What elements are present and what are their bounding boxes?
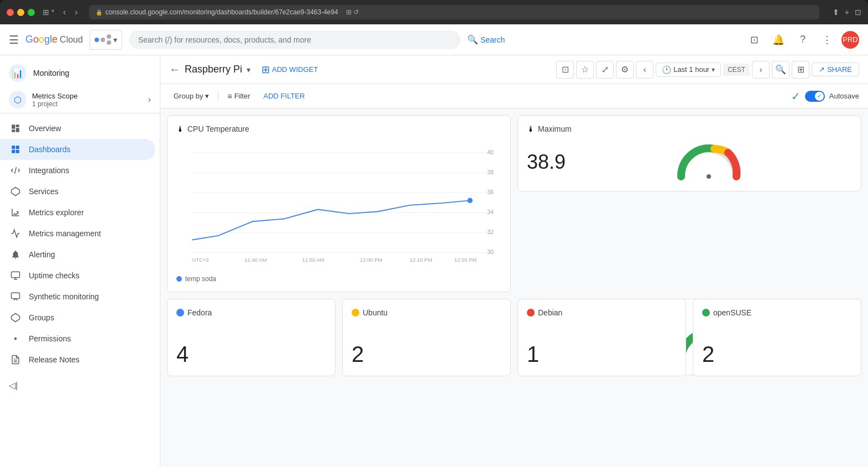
svg-rect-4 [12,293,20,299]
gauge-max-svg-container [566,138,852,182]
autosave-toggle[interactable]: ✓ [805,91,825,102]
more-icon[interactable]: ⋮ [817,30,837,50]
metric-card-fedora: Fedora 4 [167,299,336,376]
next-time-button[interactable]: › [752,61,770,79]
windows-icon[interactable]: ⊡ [855,8,861,17]
sidebar-item-permissions[interactable]: Permissions [0,328,155,349]
sidebar-item-integrations[interactable]: Integrations [0,160,155,181]
alerting-icon [9,250,22,260]
back-button[interactable]: ← [169,63,180,76]
logo-letter: G [25,34,33,45]
url-bar[interactable]: 🔒 console.cloud.google.com/monitoring/da… [89,5,819,19]
sidebar-item-label: Integrations [29,166,69,175]
gauge-max-icon: 🌡 [527,124,535,133]
project-dot-1 [95,38,99,42]
svg-text:38: 38 [487,169,494,175]
share-browser-icon[interactable]: ⬆ [833,8,839,17]
toggle-track[interactable]: ✓ [805,91,825,102]
sidebar-item-alerting[interactable]: Alerting [0,244,155,265]
view-icon-button[interactable]: ⊡ [556,61,574,79]
svg-text:32: 32 [487,229,494,235]
search-bar[interactable] [129,30,461,49]
prev-time-button[interactable]: ‹ [636,61,653,79]
notifications-icon[interactable]: 🔔 [768,30,788,50]
help-icon[interactable]: ? [793,30,813,50]
fullscreen-icon-button[interactable]: ⤢ [596,61,614,79]
back-nav-button[interactable]: ‹ [61,6,68,18]
dashboard-title: Raspberry Pi [185,64,242,75]
filter-bar: Group by ▾ ≡ Filter ADD FILTER ✓ ✓ [160,84,868,108]
forward-nav-button[interactable]: › [72,6,80,18]
monitoring-title: Monitoring [33,69,151,77]
sidebar-item-services[interactable]: Services [0,181,155,202]
filter-icon: ≡ [227,92,232,101]
dashboard-title-chevron[interactable]: ▾ [247,65,250,74]
logo-cloud-text: Cloud [60,35,83,45]
project-selector[interactable]: ▾ [90,30,122,50]
share-button[interactable]: ↗ SHARE [812,63,859,76]
chart-title-icon: 🌡 [176,124,184,133]
settings-icon-button[interactable]: ⚙ [616,61,634,79]
sidebar-item-groups[interactable]: Groups [0,307,155,328]
group-by-label: Group by [174,92,203,100]
monitoring-info: Monitoring [33,69,151,77]
add-widget-button[interactable]: ⊞ ADD WIDGET [255,60,325,79]
sidebar-item-label: Synthetic monitoring [29,292,99,301]
svg-text:30: 30 [487,249,494,255]
sidebar-item-label: Alerting [29,250,55,259]
google-cloud-logo[interactable]: Google Cloud [25,34,83,45]
opensuse-dot [702,309,710,316]
svg-rect-1 [12,272,20,278]
minimize-button[interactable] [17,9,24,16]
metric-card-debian: Debian 1 [517,299,686,376]
autosave-label: Autosave [829,92,859,100]
dashboard-header: ← Raspberry Pi ▾ ⊞ ADD WIDGET ⊡ ☆ ⤢ ⚙ ‹ … [160,55,868,84]
zoom-icon-button[interactable]: 🔍 [772,61,789,79]
dashboard-grid: 🌡 CPU Temperature 40 38 36 34 32 30 [160,108,868,467]
star-icon-button[interactable]: ☆ [576,61,594,79]
add-filter-button[interactable]: ADD FILTER [259,90,310,102]
more-options-button[interactable]: ⊞ [792,61,809,79]
sidebar-item-metrics-explorer[interactable]: Metrics explorer [0,202,155,223]
avatar[interactable]: PRD [841,31,859,49]
gauge-max-value: 38.9 [527,151,566,174]
debian-dot [527,309,535,316]
ubuntu-name: Ubuntu [363,308,388,317]
sidebar-item-synthetic-monitoring[interactable]: Synthetic monitoring [0,286,155,307]
search-button[interactable]: Search [480,35,505,44]
screen-icon[interactable]: ⊡ [744,30,764,50]
sidebar-item-uptime-checks[interactable]: Uptime checks [0,265,155,286]
group-by-button[interactable]: Group by ▾ [169,90,213,102]
svg-point-6 [14,338,17,340]
fedora-value: 4 [176,331,326,367]
hamburger-menu[interactable]: ☰ [9,33,19,46]
sidebar-item-metrics-management[interactable]: Metrics management [0,223,155,244]
main-content: 📊 Monitoring ⬡ Metrics Scope 1 project › [0,55,868,467]
browser-chrome: ⊞ ▾ ‹ › 🔒 console.cloud.google.com/monit… [0,0,868,24]
sidebar-item-release-notes[interactable]: Release Notes [0,349,155,370]
legend-dot [176,276,182,282]
timezone-badge: CEST [723,64,750,76]
time-range-selector[interactable]: 🕐 Last 1 hour ▾ [656,63,721,77]
sidebar-toggle[interactable]: ⊞ ▾ [43,8,54,17]
new-tab-icon[interactable]: + [845,8,849,17]
group-by-chevron: ▾ [205,92,209,100]
project-dot-4 [107,40,111,45]
chart-end-dot [467,198,472,203]
project-chevron-icon: ▾ [113,35,117,44]
sidebar-item-label: Groups [29,313,54,322]
time-range-chevron: ▾ [712,66,715,74]
filter-button[interactable]: ≡ Filter [223,90,254,103]
sidebar-item-overview[interactable]: Overview [0,118,155,139]
search-input[interactable] [138,35,451,44]
collapse-sidebar-button[interactable]: ◁| [0,375,160,396]
close-button[interactable] [7,9,14,16]
sidebar-item-label: Metrics explorer [29,208,84,217]
share-label: SHARE [827,65,852,74]
sidebar-nav: Overview Dashboards Integrations [0,113,160,375]
browser-actions: ⬆ + ⊡ [833,8,861,17]
sidebar-item-label: Release Notes [29,355,80,364]
metrics-scope-item[interactable]: ⬡ Metrics Scope 1 project › [0,86,160,113]
sidebar-item-dashboards[interactable]: Dashboards [0,139,155,160]
maximize-button[interactable] [28,9,35,16]
